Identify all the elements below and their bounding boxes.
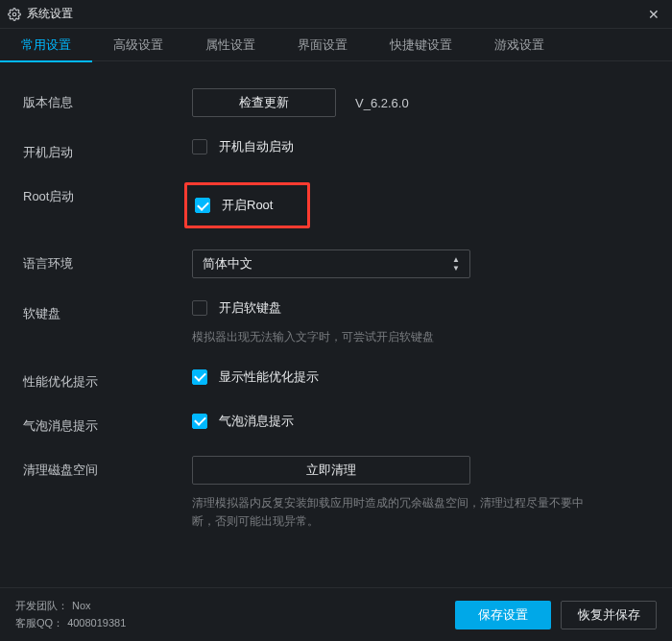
row-softkeyboard: 软键盘 开启软键盘 模拟器出现无法输入文字时，可尝试开启软键盘 (23, 299, 649, 346)
tab-label: 游戏设置 (494, 36, 544, 54)
tab-common[interactable]: 常用设置 (0, 29, 92, 61)
team-label: 开发团队： (15, 598, 68, 615)
tab-game[interactable]: 游戏设置 (473, 29, 565, 61)
window-title: 系统设置 (27, 6, 73, 22)
svg-point-0 (12, 12, 16, 16)
button-label: 恢复并保存 (578, 607, 640, 622)
checkbox-box (195, 198, 210, 213)
team-value: Nox (72, 598, 91, 615)
gear-icon (8, 8, 21, 21)
row-bubble-hint: 气泡消息提示 气泡消息提示 (23, 412, 649, 435)
row-root: Root启动 开启Root (23, 182, 649, 228)
tabs: 常用设置 高级设置 属性设置 界面设置 快捷键设置 游戏设置 (0, 29, 672, 61)
label-version: 版本信息 (23, 88, 192, 111)
checkbox-label: 开机自动启动 (219, 138, 294, 155)
tab-label: 界面设置 (298, 36, 348, 54)
tab-label: 快捷键设置 (390, 36, 452, 54)
row-startup: 开机启动 开机自动启动 (23, 138, 649, 161)
check-update-button[interactable]: 检查更新 (192, 88, 336, 117)
checkbox-box (192, 139, 207, 154)
label-root: Root启动 (23, 182, 192, 205)
qq-label: 客服QQ： (15, 615, 63, 632)
row-version: 版本信息 检查更新 V_6.2.6.0 (23, 88, 649, 117)
hint-cleandisk: 清理模拟器内反复安装卸载应用时造成的冗余磁盘空间，清理过程尽量不要中断，否则可能… (192, 494, 605, 531)
label-perf-hint: 性能优化提示 (23, 368, 192, 391)
button-label: 立即清理 (306, 463, 356, 477)
language-select[interactable]: 简体中文 ▲▼ (192, 249, 470, 278)
label-cleandisk: 清理磁盘空间 (23, 456, 192, 479)
checkbox-root[interactable]: 开启Root (195, 197, 273, 214)
footer: 开发团队： Nox 客服QQ： 4008019381 保存设置 恢复并保存 (0, 587, 672, 641)
content: 版本信息 检查更新 V_6.2.6.0 开机启动 开机自动启动 Root启动 开… (0, 61, 672, 532)
tab-label: 属性设置 (205, 36, 255, 54)
checkbox-label: 显示性能优化提示 (219, 368, 319, 386)
checkbox-bubble-hint[interactable]: 气泡消息提示 (192, 413, 294, 430)
titlebar: 系统设置 ✕ (0, 0, 672, 29)
checkbox-box (192, 300, 207, 316)
checkbox-startup[interactable]: 开机自动启动 (192, 138, 294, 155)
tab-label: 常用设置 (21, 36, 71, 54)
footer-buttons: 保存设置 恢复并保存 (455, 601, 657, 629)
row-language: 语言环境 简体中文 ▲▼ (23, 249, 649, 278)
label-language: 语言环境 (23, 249, 192, 273)
checkbox-box (192, 414, 207, 429)
row-perf-hint: 性能优化提示 显示性能优化提示 (23, 368, 649, 391)
tab-shortcut[interactable]: 快捷键设置 (369, 29, 473, 61)
checkbox-box (192, 369, 207, 385)
tab-interface[interactable]: 界面设置 (276, 29, 369, 61)
checkbox-label: 气泡消息提示 (219, 413, 294, 430)
button-label: 保存设置 (478, 607, 528, 622)
footer-info: 开发团队： Nox 客服QQ： 4008019381 (15, 598, 455, 631)
tab-advanced[interactable]: 高级设置 (92, 29, 184, 61)
version-value: V_6.2.6.0 (355, 96, 409, 110)
clean-disk-button[interactable]: 立即清理 (192, 456, 470, 485)
tab-label: 高级设置 (113, 36, 163, 54)
select-value: 简体中文 (203, 255, 252, 273)
label-startup: 开机启动 (23, 138, 192, 161)
tab-property[interactable]: 属性设置 (184, 29, 276, 61)
checkbox-perf-hint[interactable]: 显示性能优化提示 (192, 368, 319, 386)
hint-softkeyboard: 模拟器出现无法输入文字时，可尝试开启软键盘 (192, 328, 649, 346)
checkbox-label: 开启软键盘 (219, 299, 281, 317)
label-bubble-hint: 气泡消息提示 (23, 412, 192, 435)
close-icon[interactable]: ✕ (645, 6, 662, 23)
select-arrows-icon: ▲▼ (452, 256, 460, 273)
checkbox-label: 开启Root (222, 197, 273, 214)
highlight-root: 开启Root (184, 182, 310, 228)
button-label: 检查更新 (239, 94, 289, 111)
row-cleandisk: 清理磁盘空间 立即清理 清理模拟器内反复安装卸载应用时造成的冗余磁盘空间，清理过… (23, 456, 649, 531)
label-softkeyboard: 软键盘 (23, 299, 192, 322)
save-button[interactable]: 保存设置 (455, 601, 551, 629)
qq-value: 4008019381 (67, 615, 126, 632)
restore-save-button[interactable]: 恢复并保存 (561, 601, 657, 629)
checkbox-softkeyboard[interactable]: 开启软键盘 (192, 299, 281, 317)
